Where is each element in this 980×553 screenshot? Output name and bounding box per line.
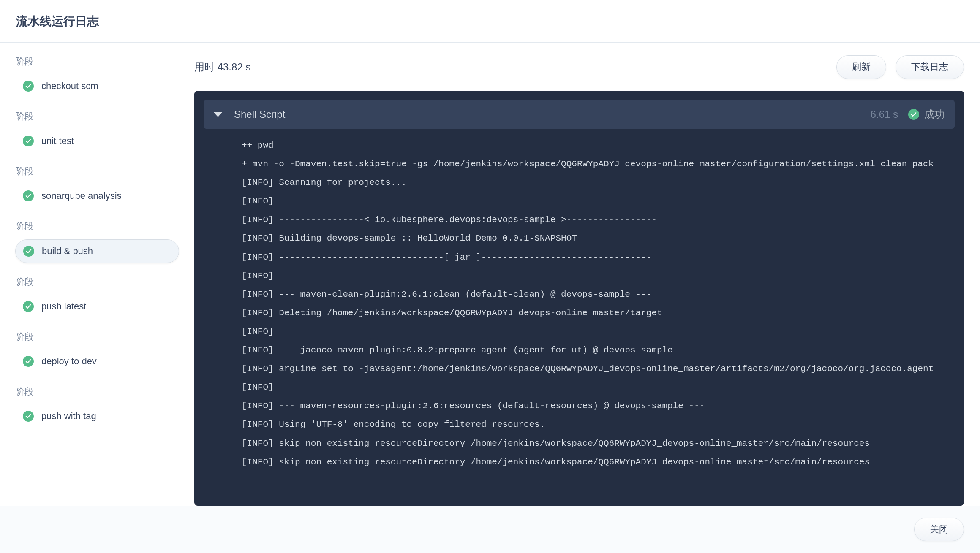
stage-item[interactable]: checkout scm	[15, 75, 179, 98]
stage-item[interactable]: push latest	[15, 295, 179, 318]
log-line: [INFO] Scanning for projects...	[242, 173, 955, 192]
stage-name: build & push	[42, 246, 93, 257]
stage-name: push latest	[41, 301, 86, 312]
check-icon	[23, 356, 34, 367]
log-line: [INFO]	[242, 323, 955, 341]
sidebar: 阶段checkout scm阶段unit test阶段sonarqube ana…	[0, 43, 194, 506]
check-icon	[23, 81, 34, 92]
stage-name: deploy to dev	[41, 356, 97, 367]
download-log-button[interactable]: 下载日志	[896, 55, 964, 79]
log-line: [INFO]	[242, 192, 955, 211]
log-line: + mvn -o -Dmaven.test.skip=true -gs /hom…	[242, 155, 955, 173]
stage-group-label: 阶段	[15, 276, 179, 288]
log-line: [INFO] skip non existing resourceDirecto…	[242, 434, 955, 453]
log-panel: Shell Script 6.61 s 成功 ++ pwd+ mvn -o -D…	[194, 91, 964, 506]
dialog-header: 流水线运行日志	[0, 0, 980, 43]
close-button[interactable]: 关闭	[914, 518, 964, 541]
log-line: [INFO]	[242, 267, 955, 285]
check-icon	[908, 109, 919, 120]
check-icon	[23, 411, 34, 422]
check-icon	[23, 136, 34, 146]
stage-item[interactable]: unit test	[15, 130, 179, 152]
check-icon	[23, 301, 34, 312]
check-icon	[23, 190, 34, 201]
log-section-time: 6.61 s	[871, 108, 898, 120]
log-section-status: 成功	[908, 108, 945, 121]
log-line: [INFO] --- maven-resources-plugin:2.6:re…	[242, 397, 955, 415]
stage-name: checkout scm	[41, 81, 98, 92]
stage-group-label: 阶段	[15, 385, 179, 398]
stage-group-label: 阶段	[15, 110, 179, 123]
dialog-footer: 关闭	[0, 506, 980, 553]
stage-group-label: 阶段	[15, 55, 179, 68]
log-line: [INFO] argLine set to -javaagent:/home/j…	[242, 360, 955, 378]
log-line: [INFO] --- maven-clean-plugin:2.6.1:clea…	[242, 285, 955, 304]
log-status-text: 成功	[924, 108, 945, 121]
stage-item[interactable]: build & push	[15, 239, 179, 263]
stage-name: unit test	[41, 136, 74, 146]
stage-group-label: 阶段	[15, 220, 179, 233]
log-line: [INFO] -------------------------------[ …	[242, 248, 955, 267]
refresh-button[interactable]: 刷新	[836, 55, 886, 79]
main-content: 用时 43.82 s 刷新 下载日志 Shell Script 6.61 s 成…	[194, 43, 980, 506]
log-line: [INFO] --- jacoco-maven-plugin:0.8.2:pre…	[242, 341, 955, 360]
stage-item[interactable]: push with tag	[15, 405, 179, 428]
stage-item[interactable]: deploy to dev	[15, 350, 179, 373]
caret-down-icon	[214, 112, 222, 117]
log-section-header[interactable]: Shell Script 6.61 s 成功	[204, 100, 955, 129]
log-line: [INFO] ----------------< io.kubesphere.d…	[242, 211, 955, 229]
dialog-title: 流水线运行日志	[16, 14, 964, 30]
log-line: [INFO] Using 'UTF-8' encoding to copy fi…	[242, 415, 955, 434]
log-line: [INFO]	[242, 378, 955, 397]
stage-name: push with tag	[41, 411, 96, 422]
log-section-title: Shell Script	[234, 108, 871, 120]
stage-name: sonarqube analysis	[41, 190, 122, 201]
log-line: ++ pwd	[242, 136, 955, 155]
check-icon	[23, 246, 34, 257]
stage-item[interactable]: sonarqube analysis	[15, 184, 179, 207]
log-line: [INFO] Building devops-sample :: HelloWo…	[242, 229, 955, 248]
log-line: [INFO] skip non existing resourceDirecto…	[242, 453, 955, 472]
log-body[interactable]: ++ pwd+ mvn -o -Dmaven.test.skip=true -g…	[204, 136, 955, 496]
stage-group-label: 阶段	[15, 165, 179, 178]
stage-group-label: 阶段	[15, 331, 179, 343]
duration-label: 用时 43.82 s	[194, 60, 250, 74]
log-line: [INFO] Deleting /home/jenkins/workspace/…	[242, 304, 955, 323]
